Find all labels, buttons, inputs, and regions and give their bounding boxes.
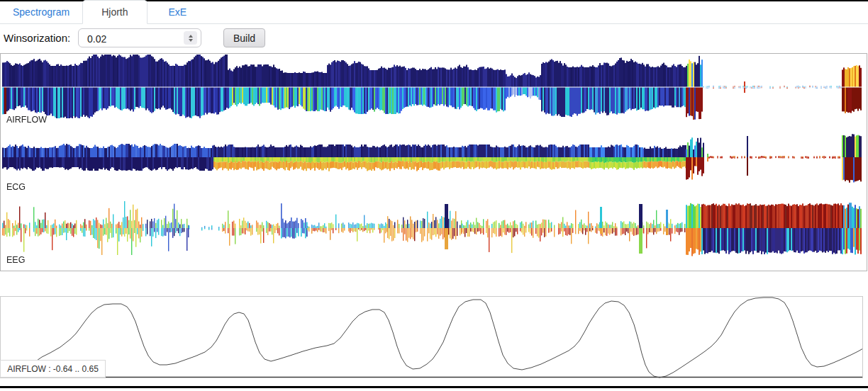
signal-label-ecg: ECG (6, 182, 26, 192)
tab-bar: Spectrogram Hjorth ExE (0, 1, 868, 24)
winsorization-stepper[interactable] (184, 31, 197, 45)
winsorization-input[interactable] (86, 30, 181, 47)
spectrogram-panel: AIRFLOW ECG EEG (0, 53, 867, 271)
spectrogram-canvas[interactable] (1, 54, 867, 271)
waveform-canvas[interactable] (1, 297, 862, 378)
signal-label-eeg: EEG (6, 255, 25, 265)
stepper-up-icon[interactable] (189, 35, 193, 38)
waveform-range-badge: AIRFLOW : -0.64 .. 0.65 (0, 360, 106, 378)
tab-exe[interactable]: ExE (148, 1, 208, 23)
winsorization-field (78, 28, 201, 47)
tab-hjorth[interactable]: Hjorth (82, 0, 147, 24)
tab-spectrogram[interactable]: Spectrogram (0, 1, 82, 23)
build-button[interactable]: Build (223, 28, 265, 47)
window-bottom-edge (0, 386, 868, 388)
stepper-down-icon[interactable] (189, 39, 193, 42)
app-page: Spectrogram Hjorth ExE Winsorization: Bu… (0, 0, 868, 391)
signal-label-airflow: AIRFLOW (6, 115, 47, 125)
winsorization-label: Winsorization: (4, 32, 70, 44)
waveform-panel: AIRFLOW : -0.64 .. 0.65 (0, 296, 863, 378)
